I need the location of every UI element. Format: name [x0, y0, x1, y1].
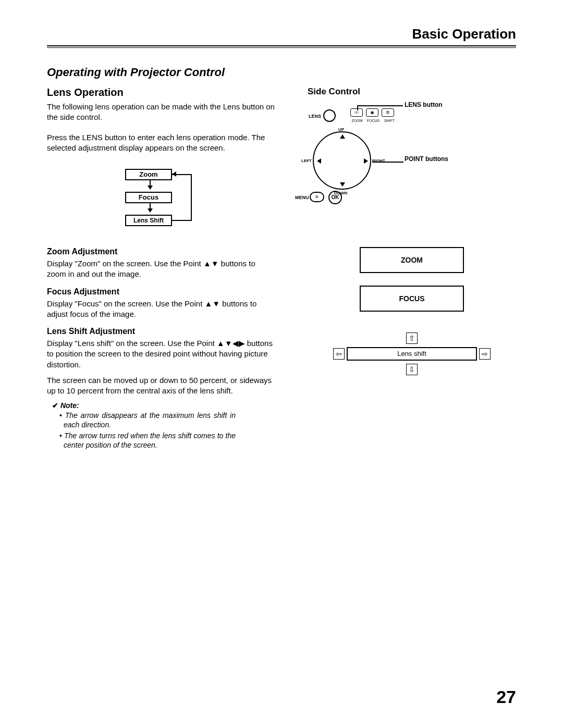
focus-osd-box: FOCUS [360, 286, 464, 312]
focus-adj-heading: Focus Adjustment [47, 287, 276, 297]
lens-op-p2: Press the LENS button to enter each lens… [47, 132, 276, 154]
triangle-left-icon [317, 158, 321, 164]
dpad-right-label: RIGHT [372, 158, 385, 163]
note-item: The arrow disappears at the maximum lens… [58, 411, 236, 429]
lens-button-callout: LENS button [405, 101, 443, 108]
note-item: The arrow turns red when the lens shift … [58, 431, 236, 450]
updown-triangles-icon: ▲▼ [203, 259, 219, 268]
page-header-title: Basic Operation [47, 26, 516, 45]
triangle-right-icon [364, 158, 368, 164]
dpad-left-label: LEFT [301, 158, 312, 163]
focus-mode-icon: ◉ [366, 108, 378, 117]
lens-op-p1: The following lens operation can be made… [47, 102, 276, 123]
shift-mode-label: SHIFT [383, 119, 396, 122]
callout-line-icon [357, 105, 403, 106]
zoom-adj-text: Display "Zoom" on the screen. Use the Po… [47, 258, 276, 280]
menu-label: MENU [295, 195, 309, 200]
lens-shift-osd-box: Lens shift [347, 347, 477, 361]
page-number: 27 [496, 687, 516, 707]
menu-button-icon: ≡ [310, 192, 324, 202]
lens-shift-diagram: ⇧ ⇦ Lens shift ⇨ ⇩ [336, 327, 487, 379]
dpad-circle-icon [313, 131, 371, 190]
lens-operation-heading: Lens Operation [47, 87, 276, 98]
note-label: Note: [52, 401, 276, 410]
zoom-adj-heading: Zoom Adjustment [47, 247, 276, 256]
arrow-up-box-icon: ⇧ [406, 332, 418, 344]
lens-label: LENS [309, 114, 321, 119]
triangle-down-icon [340, 182, 345, 187]
focus-mode-label: FOCUS [366, 119, 380, 122]
side-control-heading: Side Control [308, 87, 516, 97]
point-buttons-callout: POINT buttons [405, 155, 448, 163]
ok-button-icon: OK [328, 191, 342, 204]
focus-adj-text: Display "Focus" on the screen. Use the P… [47, 299, 276, 320]
arrow-left-box-icon: ⇦ [333, 348, 345, 360]
arrow-down-icon [148, 186, 153, 190]
mode-cycle-diagram: Zoom Focus Lens Shift [47, 169, 276, 226]
zoom-mode-icon: ○/○ [350, 108, 363, 117]
arrow-down-icon [148, 208, 153, 213]
divider-thick [47, 45, 516, 46]
shift-mode-icon: ⊡ [382, 108, 394, 117]
arrow-left-icon [172, 171, 176, 177]
divider-thin [47, 47, 516, 48]
mode-lensshift-box: Lens Shift [125, 215, 172, 226]
updown-triangles-icon: ▲▼ [204, 299, 220, 308]
triangle-up-icon [340, 134, 345, 139]
arrow-right-box-icon: ⇨ [479, 348, 491, 360]
zoom-osd-box: ZOOM [360, 247, 464, 273]
note-block: Note: The arrow disappears at the maximu… [47, 401, 276, 450]
section-title: Operating with Projector Control [47, 66, 516, 79]
all-arrows-icon: ▲▼◀▶ [217, 339, 245, 348]
lens-button-icon [323, 109, 336, 122]
dpad-up-label: UP [338, 127, 344, 132]
shift-adj-text2: The screen can be moved up or down to 50… [47, 375, 276, 397]
side-control-diagram: LENS ○/○ ◉ ⊡ ZOOM FOCUS SHIFT LENS butto… [308, 101, 474, 205]
zoom-mode-label: ZOOM [350, 119, 364, 122]
callout-line-icon [372, 162, 403, 163]
shift-adj-heading: Lens Shift Adjustment [47, 327, 276, 336]
shift-adj-text: Display "Lens shift" on the screen. Use … [47, 338, 276, 370]
mode-focus-box: Focus [125, 192, 172, 203]
mode-zoom-box: Zoom [125, 169, 172, 180]
arrow-down-box-icon: ⇩ [406, 364, 418, 375]
